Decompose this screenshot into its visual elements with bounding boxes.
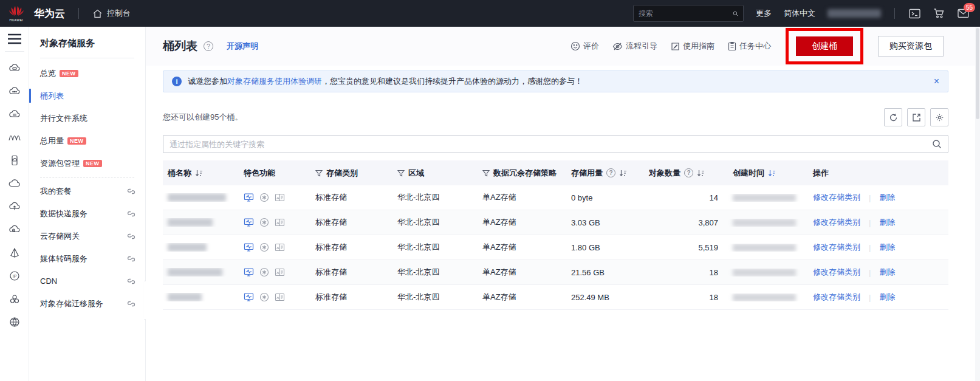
survey-link[interactable]: 对象存储服务使用体验调研 (227, 77, 322, 86)
table-row[interactable]: 标准存储 华北-北京四 单AZ存储 252.49 MB 18 修改存储类别|删除 (163, 285, 948, 310)
scrollbar-thumb[interactable] (976, 28, 979, 119)
image-card-icon[interactable] (275, 218, 285, 227)
search-icon[interactable] (932, 139, 942, 149)
rail-globe-icon[interactable] (3, 311, 26, 334)
buy-resource-package-button[interactable]: 购买资源包 (878, 36, 944, 57)
sort-icon-objects[interactable] (697, 170, 705, 177)
table-search-input[interactable] (170, 140, 932, 149)
global-search[interactable] (633, 5, 744, 22)
image-card-icon[interactable] (275, 292, 285, 302)
circle-asterisk-icon[interactable] (259, 193, 269, 202)
sidebar-item-media-transcoding[interactable]: 媒体转码服务 (29, 247, 145, 270)
sidebar-item-total-usage[interactable]: 总用量 NEW (29, 129, 145, 152)
filter-icon-storage-class[interactable] (315, 170, 323, 177)
sort-icon-created-active[interactable] (768, 170, 776, 177)
sidebar-item-resource-packages[interactable]: 资源包管理 NEW (29, 152, 145, 174)
circle-asterisk-icon[interactable] (259, 292, 269, 302)
modify-storage-class-link[interactable]: 修改存储类别 (813, 217, 860, 228)
sort-icon-name[interactable] (195, 170, 203, 177)
page-help-icon[interactable]: ? (204, 41, 213, 51)
bucket-name-blurred[interactable] (168, 243, 207, 252)
filter-icon-redundancy[interactable] (482, 170, 490, 177)
sidebar-item-overview[interactable]: 总览 NEW (29, 62, 145, 84)
user-guide-action[interactable]: 使用指南 (671, 41, 714, 52)
rail-device-cloud-icon[interactable] (3, 149, 26, 172)
global-search-input[interactable] (639, 9, 733, 18)
table-row[interactable]: 标准存储 华北-北京四 单AZ存储 21.56 GB 18 修改存储类别|删除 (163, 260, 948, 285)
huawei-logo[interactable]: HUAWEI (6, 4, 27, 22)
bucket-name-blurred[interactable] (168, 268, 222, 276)
sidebar-item-data-express[interactable]: 数据快递服务 (29, 202, 145, 225)
table-row[interactable]: 标准存储 华北-北京四 单AZ存储 3.03 GB 3,807 修改存储类别|删… (163, 210, 948, 235)
bucket-name-blurred[interactable] (168, 293, 202, 301)
messages-button[interactable]: 55 (957, 7, 969, 19)
rail-cloud-server-icon[interactable] (3, 57, 26, 80)
table-row[interactable]: 标准存储 华北-北京四 单AZ存储 0 byte 14 修改存储类别|删除 (163, 185, 948, 210)
process-guide-action[interactable]: 流程引导 (612, 41, 657, 52)
table-settings-button[interactable] (930, 108, 948, 126)
search-icon[interactable] (733, 9, 738, 18)
circle-asterisk-icon[interactable] (259, 267, 269, 277)
create-bucket-button[interactable]: 创建桶 (796, 36, 853, 56)
monitor-pulse-icon[interactable] (244, 218, 254, 227)
rail-cloud-upload-icon[interactable] (3, 195, 26, 218)
monitor-pulse-icon[interactable] (244, 267, 254, 277)
account-name-blurred[interactable] (828, 9, 881, 18)
circle-asterisk-icon[interactable] (259, 242, 269, 252)
export-button[interactable] (907, 108, 925, 126)
table-row[interactable]: 标准存储 华北-北京四 单AZ存储 1.80 GB 5,519 修改存储类别|删… (163, 235, 948, 260)
rail-waveform-icon[interactable] (3, 126, 26, 149)
rail-cloud-icon[interactable] (3, 172, 26, 195)
delete-link[interactable]: 删除 (879, 267, 895, 278)
bucket-name-blurred[interactable] (168, 193, 226, 202)
modify-storage-class-link[interactable]: 修改存储类别 (813, 192, 860, 203)
gear-icon (935, 113, 944, 122)
created-time-blurred (733, 194, 796, 202)
delete-link[interactable]: 删除 (879, 192, 895, 203)
help-icon-objects[interactable]: ? (684, 168, 693, 177)
cli-console-button[interactable] (908, 7, 920, 19)
refresh-button[interactable] (884, 108, 902, 126)
rail-cloud-storage-icon[interactable] (3, 103, 26, 126)
console-home-link[interactable]: 控制台 (92, 8, 131, 19)
language-switch[interactable]: 简体中文 (784, 8, 815, 19)
rail-cloud-clock-icon[interactable] (3, 218, 26, 241)
hamburger-menu-icon[interactable] (7, 33, 22, 45)
sidebar-item-cloud-storage-gateway[interactable]: 云存储网关 (29, 225, 145, 247)
circle-asterisk-icon[interactable] (259, 218, 269, 227)
help-icon-usage[interactable]: ? (606, 168, 615, 177)
image-card-icon[interactable] (275, 242, 285, 252)
filter-icon-region[interactable] (397, 170, 405, 177)
sort-icon-usage[interactable] (619, 170, 627, 177)
window-scrollbar[interactable] (975, 27, 980, 381)
sidebar-item-my-packages[interactable]: 我的套餐 (29, 180, 145, 202)
table-search[interactable] (163, 135, 948, 153)
rail-cluster-icon[interactable] (3, 287, 26, 311)
monitor-pulse-icon[interactable] (244, 292, 254, 302)
sidebar-item-oms[interactable]: 对象存储迁移服务 (29, 292, 145, 315)
open-source-link[interactable]: 开源声明 (227, 41, 258, 52)
delete-link[interactable]: 删除 (879, 242, 895, 253)
delete-link[interactable]: 删除 (879, 217, 895, 228)
feedback-action[interactable]: 评价 (571, 41, 599, 52)
sidebar-item-parallel-fs[interactable]: 并行文件系统 (29, 107, 145, 129)
image-card-icon[interactable] (275, 193, 285, 202)
sidebar-item-bucket-list[interactable]: 桶列表 (29, 84, 145, 107)
modify-storage-class-link[interactable]: 修改存储类别 (813, 267, 860, 278)
banner-close-icon[interactable]: × (934, 77, 939, 86)
rail-pyramid-icon[interactable] (3, 241, 26, 264)
more-link[interactable]: 更多 (756, 8, 772, 19)
rail-cloud-dots-icon[interactable] (3, 80, 26, 103)
brand-name[interactable]: 华为云 (34, 7, 65, 21)
monitor-pulse-icon[interactable] (244, 242, 254, 252)
monitor-pulse-icon[interactable] (244, 193, 254, 202)
modify-storage-class-link[interactable]: 修改存储类别 (813, 292, 860, 303)
rail-ip-icon[interactable]: IP (3, 264, 26, 287)
delete-link[interactable]: 删除 (879, 292, 895, 303)
task-center-action[interactable]: 任务中心 (728, 41, 771, 52)
bucket-name-blurred[interactable] (168, 218, 213, 227)
sidebar-item-cdn[interactable]: CDN (29, 270, 145, 292)
image-card-icon[interactable] (275, 267, 285, 277)
cart-button[interactable] (933, 7, 945, 19)
modify-storage-class-link[interactable]: 修改存储类别 (813, 242, 860, 253)
